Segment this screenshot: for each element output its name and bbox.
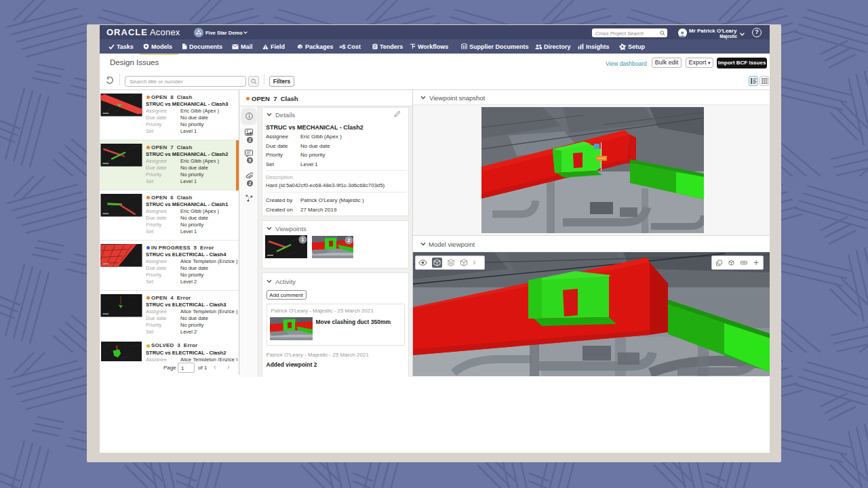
svg-text:2: 2 [347,237,351,243]
svg-text:1: 1 [301,237,304,243]
